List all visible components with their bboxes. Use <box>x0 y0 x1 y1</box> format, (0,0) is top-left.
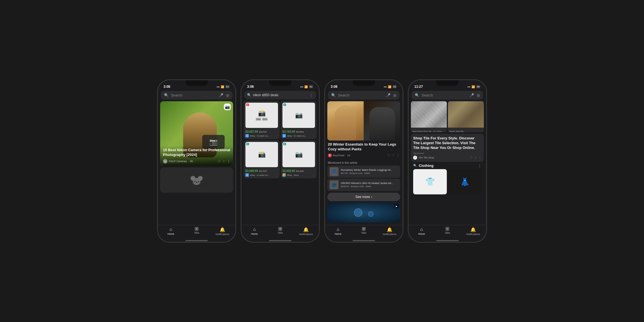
share-icon-4[interactable]: ↑ <box>475 156 477 159</box>
jade-tile-img <box>448 101 484 128</box>
lens-icon-1[interactable]: ◎ <box>226 93 229 97</box>
home-indicator-1 <box>185 240 208 241</box>
seller-name-2-4: eBay · 6ave <box>287 174 311 176</box>
notch-3 <box>353 80 375 86</box>
mic-icon-4[interactable]: 🎤 <box>470 93 474 97</box>
nav-notifications-2[interactable]: 🔔 Notifications <box>293 227 319 236</box>
search-more-2[interactable]: ⋮ <box>309 93 313 97</box>
person-right <box>364 101 400 141</box>
product-info-3-2: ORORO Women's Slim Fit Heated Jacket wit… <box>341 182 398 188</box>
nav-tabs-4[interactable]: 1 Tabs <box>434 227 460 236</box>
product-card-2-4[interactable]: 1 📷 $3,939.95 $4,925 e eBay · 6ave <box>281 140 317 178</box>
clothing-card-white-4[interactable]: 👕 <box>413 169 447 194</box>
seller-name-2-2: eBay · tri-state-ca... <box>287 135 311 137</box>
more-icon-4[interactable]: ⋮ <box>479 156 482 159</box>
seller-more-2-3[interactable]: ⋮ <box>275 174 278 177</box>
heart-icon-4[interactable]: ♡ <box>470 156 473 159</box>
see-more-button-3[interactable]: See more › <box>327 193 400 201</box>
content-3: 20 Winter Essentials to Keep Your Legs C… <box>325 101 403 225</box>
tile-section-4: Tigris Rocks Floor Tile · 13 × 20 in Riy… <box>409 101 486 196</box>
product-card-2-2[interactable]: 1 📷 $3,783.99 $3,854 e eBay · tri-state-… <box>281 101 317 139</box>
seller-more-2-2[interactable]: ⋮ <box>312 134 315 137</box>
tabs-badge-1: 2 <box>195 227 199 231</box>
meta-left-1: D DSLR Cameraa · 6h <box>163 159 193 164</box>
search-bar-4[interactable]: 🔍 Search 🎤 ◎ <box>411 91 483 100</box>
section-more-4[interactable]: ⋮ <box>478 164 482 168</box>
tile-card-left-4[interactable]: Tigris Rocks Floor Tile · 13 × 20 in <box>411 101 447 132</box>
notch-1 <box>185 80 208 86</box>
nav-notifications-1[interactable]: 🔔 Notifications <box>210 227 235 236</box>
more-icon-1[interactable]: ⋮ <box>227 159 230 163</box>
tile-card-right-4[interactable]: Riyadh Jade Wa... <box>448 101 484 132</box>
product-row-3-2[interactable]: 🧥 ORORO Women's Slim Fit Heated Jacket w… <box>327 179 400 191</box>
status-time-1: 3:08 <box>164 85 170 89</box>
mic-icon-1[interactable]: 🎤 <box>219 93 223 97</box>
clothing-grid-4: 👕 👗 <box>411 169 484 194</box>
main-article-card-1[interactable]: 📷 📷 15 Best Nikon Camera for Professiona… <box>160 101 233 166</box>
tile-shop-icon-4: T <box>413 156 417 160</box>
heart-icon-3[interactable]: ♡ <box>387 153 390 157</box>
nav-notifications-3[interactable]: 🔔 Notifications <box>377 227 403 236</box>
battery-indicator-4: 68 <box>476 85 480 88</box>
tabs-badge-3: 2 <box>362 227 366 231</box>
stone-tile-img <box>411 101 447 128</box>
nav-home-3[interactable]: ⌂ Home <box>325 227 351 236</box>
ad-card-4[interactable]: Shop Tile For Every Style. Discover The … <box>411 134 484 162</box>
secondary-card-1[interactable]: 🐭 <box>160 167 233 193</box>
nav-tabs-1[interactable]: 2 Tabs <box>184 227 210 236</box>
mic-icon-3[interactable]: 🎤 <box>386 93 390 97</box>
video-card-3[interactable]: ▶ <box>327 203 400 222</box>
content-1: 📷 📷 15 Best Nikon Camera for Professiona… <box>158 101 235 225</box>
product-card-2-3[interactable]: 1 📸 $3,699.99 $3,779 e eBay · tri-state-… <box>244 140 280 178</box>
time-text-1: · <box>188 160 189 163</box>
ad-sponsored-4: Sponsored <box>413 152 482 155</box>
nav-home-2[interactable]: ⌂ Home <box>242 227 267 236</box>
status-icons-3: ▪▪▪ 📶 82 <box>384 85 397 88</box>
share-icon-1[interactable]: ↑ <box>223 159 225 163</box>
lens-icon-3[interactable]: ◎ <box>393 93 396 97</box>
search-bar-2[interactable]: 🔍 nikon d850 deals ⋮ <box>244 91 316 99</box>
seller-more-2-4[interactable]: ⋮ <box>312 174 315 177</box>
home-icon-4: ⌂ <box>420 227 423 232</box>
ebay-icon-2-4: e <box>282 173 286 177</box>
ad-source-4: T The Tile Shop <box>413 156 434 160</box>
search-placeholder-1: Search <box>171 93 217 97</box>
nav-tabs-2[interactable]: 2 Tabs <box>267 227 293 236</box>
share-icon-3[interactable]: ↑ <box>392 153 394 157</box>
notch-4 <box>436 80 459 86</box>
article-mosaic-3[interactable] <box>327 101 400 141</box>
notifications-label-3: Notifications <box>383 233 396 236</box>
price-row-2-2: $3,783.99 $3,854 <box>282 129 315 133</box>
search-bar-3[interactable]: 🔍 Search 🎤 ◎ <box>328 91 400 100</box>
price-old-2-1: $3,769 <box>259 130 267 133</box>
notifications-label-1: Notifications <box>215 233 229 236</box>
home-label-2: Home <box>251 233 258 235</box>
nav-notifications-4[interactable]: 🔔 Notifications <box>460 227 486 236</box>
wifi-icon-3: 📶 <box>388 85 391 88</box>
search-bar-1[interactable]: 🔍 Search 🎤 ◎ <box>161 91 233 100</box>
signal-icon: ▪▪▪ <box>217 85 220 88</box>
product-img-2-1: 2 📸 16G 32G <box>245 103 278 128</box>
nav-home-4[interactable]: ⌂ Home <box>409 227 434 236</box>
product-card-2-1[interactable]: 2 📸 16G 32G $3,697.99 $3,769 <box>244 101 280 139</box>
price-row-2-3: $3,699.99 $3,779 <box>245 168 278 173</box>
accessories-icons-1: 16G 32G <box>256 118 268 121</box>
price-new-2-3: $3,699.99 <box>245 169 258 173</box>
home-icon-2: ⌂ <box>253 227 256 232</box>
camera-icon-p2-2: 📷 <box>295 112 303 119</box>
seller-name-2-3: eBay · tri-state-ca... <box>250 174 274 176</box>
lens-icon-4[interactable]: ◎ <box>477 93 480 97</box>
source-3: B BuzzFeed · 1d <box>328 153 350 157</box>
clothing-card-dark-4[interactable]: 👗 <box>448 169 482 194</box>
product-row-3-1[interactable]: 👖 Romastory Winter Warm Elastic Leggings… <box>327 165 400 178</box>
jacket-icon: 🧥 <box>332 183 337 187</box>
seller-more-2-1[interactable]: ⋮ <box>275 134 278 137</box>
article-img-right-3 <box>364 101 400 141</box>
nav-tabs-3[interactable]: 2 Tabs <box>351 227 377 236</box>
tile-name-left: Tigris Rocks Floor Tile · 13 × 20 in <box>412 130 442 132</box>
more-icon-3[interactable]: ⋮ <box>396 153 400 157</box>
seller-row-2-1: e eBay · tri-state-ca... ⋮ <box>245 134 278 137</box>
nav-home-1[interactable]: ⌂ Home <box>158 227 184 236</box>
source-text-1: DSLR Cameraa <box>169 160 187 163</box>
heart-icon-1[interactable]: ♡ <box>218 159 221 163</box>
